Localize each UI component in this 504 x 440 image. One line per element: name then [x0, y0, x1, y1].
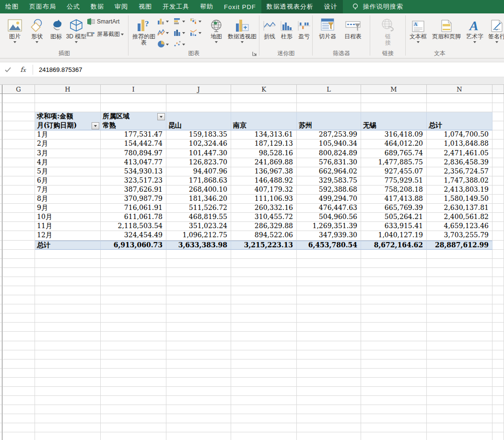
- empty-cell[interactable]: [166, 332, 231, 341]
- empty-cell[interactable]: [2, 277, 35, 286]
- pivot-value-cell[interactable]: 534,930.13: [101, 167, 166, 176]
- column-header-I[interactable]: I: [101, 85, 166, 93]
- pivot-value-cell[interactable]: 4,659,123.46: [427, 222, 492, 231]
- pivot-value-cell[interactable]: 689,765.74: [361, 149, 427, 158]
- empty-cell[interactable]: [101, 313, 166, 323]
- empty-cell[interactable]: [492, 341, 504, 350]
- empty-cell[interactable]: [427, 259, 492, 268]
- pivot-value-cell[interactable]: 324,454.49: [101, 231, 166, 240]
- empty-cell[interactable]: [2, 176, 35, 185]
- empty-cell[interactable]: [297, 103, 361, 112]
- pivot-value-cell[interactable]: 98,528.16: [231, 149, 297, 158]
- pivot-value-cell[interactable]: 780,894.97: [101, 149, 166, 158]
- empty-cell[interactable]: [231, 396, 297, 405]
- empty-cell[interactable]: [2, 286, 35, 295]
- pivot-grand-total-cell[interactable]: 28,887,612.99: [427, 241, 492, 250]
- pivot-value-cell[interactable]: 800,824.89: [297, 149, 361, 158]
- empty-cell[interactable]: [297, 295, 361, 304]
- empty-cell[interactable]: [35, 323, 101, 332]
- empty-cell[interactable]: [2, 195, 35, 204]
- pivot-column-header-cell[interactable]: 南京: [231, 121, 297, 130]
- empty-cell[interactable]: [231, 313, 297, 323]
- insert-scatter-chart-button[interactable]: [174, 39, 185, 49]
- empty-cell[interactable]: [361, 405, 427, 414]
- insert-hierarchy-chart-button[interactable]: [174, 27, 185, 38]
- empty-cell[interactable]: [231, 405, 297, 414]
- pivot-grand-total-cell[interactable]: 6,453,780.54: [297, 241, 361, 250]
- empty-cell[interactable]: [297, 396, 361, 405]
- empty-cell[interactable]: [166, 396, 231, 405]
- slicer-button[interactable]: 切片器: [316, 15, 339, 52]
- pivot-value-cell[interactable]: 146,488.92: [231, 176, 297, 185]
- pivot-value-cell[interactable]: 1,580,149.50: [427, 195, 492, 204]
- pivot-value-cell[interactable]: 464,012.20: [361, 139, 427, 149]
- pivot-row-label[interactable]: 4月: [35, 158, 101, 167]
- pivot-value-field-cell[interactable]: 求和项:金额: [35, 112, 101, 121]
- empty-cell[interactable]: [166, 387, 231, 396]
- pivot-column-header-cell[interactable]: 总计: [427, 121, 492, 130]
- empty-cell[interactable]: [166, 369, 231, 378]
- empty-cell[interactable]: [231, 323, 297, 332]
- pivot-row-label[interactable]: 9月: [35, 204, 101, 213]
- column-header-K[interactable]: K: [231, 85, 297, 93]
- empty-cell[interactable]: [101, 350, 166, 359]
- empty-cell[interactable]: [2, 432, 35, 440]
- pivot-header-cell[interactable]: [166, 112, 231, 121]
- empty-cell[interactable]: [166, 94, 231, 103]
- empty-cell[interactable]: [2, 387, 35, 396]
- pivot-value-cell[interactable]: 287,253.99: [297, 130, 361, 139]
- empty-cell[interactable]: [231, 94, 297, 103]
- empty-cell[interactable]: [427, 359, 492, 369]
- tell-me-search[interactable]: 操作说明搜索: [352, 0, 403, 13]
- empty-cell[interactable]: [297, 432, 361, 440]
- pivot-row-label[interactable]: 5月: [35, 167, 101, 176]
- empty-cell[interactable]: [101, 423, 166, 432]
- empty-cell[interactable]: [492, 250, 504, 259]
- empty-cell[interactable]: [297, 423, 361, 432]
- empty-cell[interactable]: [2, 423, 35, 432]
- pivot-value-cell[interactable]: 2,400,561.82: [427, 213, 492, 222]
- pivot-row-label[interactable]: 11月: [35, 222, 101, 231]
- empty-cell[interactable]: [35, 250, 101, 259]
- pivot-value-cell[interactable]: 136,967.38: [231, 167, 297, 176]
- empty-cell[interactable]: [361, 286, 427, 295]
- column-header-M[interactable]: M: [361, 85, 427, 93]
- empty-cell[interactable]: [361, 359, 427, 369]
- pivot-value-cell[interactable]: 260,332.16: [231, 204, 297, 213]
- pivot-value-cell[interactable]: 611,061.78: [101, 213, 166, 222]
- empty-cell[interactable]: [101, 387, 166, 396]
- empty-cell[interactable]: [492, 423, 504, 432]
- pivot-value-cell[interactable]: 181,346.20: [166, 195, 231, 204]
- empty-cell[interactable]: [427, 332, 492, 341]
- empty-cell[interactable]: [2, 112, 35, 121]
- pivot-value-cell[interactable]: 417,413.88: [361, 195, 427, 204]
- timeline-button[interactable]: 日程表: [340, 15, 365, 52]
- empty-cell[interactable]: [361, 341, 427, 350]
- pivot-value-cell[interactable]: 241,869.88: [231, 158, 297, 167]
- empty-cell[interactable]: [35, 387, 101, 396]
- empty-cell[interactable]: [297, 359, 361, 369]
- ribbon-tab-1[interactable]: 绘图: [0, 0, 24, 13]
- empty-cell[interactable]: [492, 176, 504, 185]
- empty-cell[interactable]: [492, 295, 504, 304]
- pivot-value-cell[interactable]: 476,447.63: [297, 204, 361, 213]
- empty-cell[interactable]: [492, 121, 504, 130]
- empty-cell[interactable]: [361, 277, 427, 286]
- empty-cell[interactable]: [2, 222, 35, 231]
- empty-cell[interactable]: [2, 103, 35, 112]
- header-footer-button[interactable]: 页眉和页脚: [430, 15, 463, 52]
- pivot-value-cell[interactable]: 2,630,137.81: [427, 204, 492, 213]
- empty-cell[interactable]: [35, 277, 101, 286]
- empty-cell[interactable]: [35, 423, 101, 432]
- empty-cell[interactable]: [492, 378, 504, 387]
- pivot-value-cell[interactable]: 323,517.23: [101, 176, 166, 185]
- screenshot-button[interactable]: 屏幕截图: [86, 29, 124, 39]
- empty-cell[interactable]: [2, 304, 35, 313]
- pivot-value-cell[interactable]: 1,013,848.88: [427, 139, 492, 149]
- pivot-value-cell[interactable]: 187,129.13: [231, 139, 297, 149]
- insert-line-chart-button[interactable]: [157, 27, 169, 38]
- ribbon-tab-6[interactable]: 视图: [133, 0, 157, 13]
- pivot-value-cell[interactable]: 268,400.10: [166, 185, 231, 195]
- empty-cell[interactable]: [101, 396, 166, 405]
- pivot-value-cell[interactable]: 1,269,351.39: [297, 222, 361, 231]
